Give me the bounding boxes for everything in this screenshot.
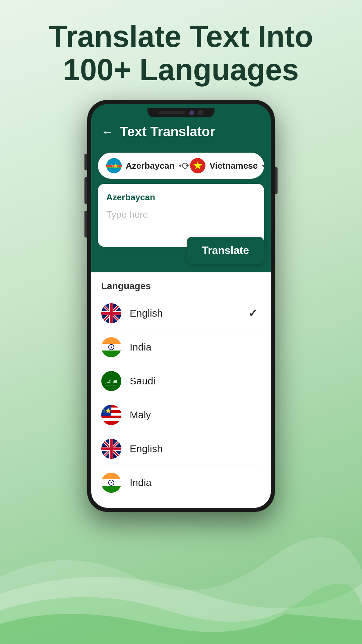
svg-rect-31 <box>101 418 121 421</box>
target-flag <box>190 158 205 173</box>
target-language-caret: ▾ <box>262 162 265 169</box>
phone-mockup: ← Text Translator ☽⭐ <box>0 100 362 512</box>
source-language-caret: ▾ <box>179 162 182 169</box>
malaysia-label: Maly <box>130 409 151 421</box>
india2-label: India <box>130 477 152 488</box>
background-waves <box>0 510 362 644</box>
list-item[interactable]: India <box>101 330 261 364</box>
saudi-label: Saudi <box>130 375 156 387</box>
english-flag <box>101 303 121 323</box>
swap-languages-button[interactable]: ⟳ <box>182 160 190 172</box>
list-item[interactable]: English ✓ <box>101 297 261 330</box>
languages-section: Languages <box>91 272 271 508</box>
list-item[interactable]: India <box>101 466 261 499</box>
phone-notch <box>147 108 215 117</box>
power-button <box>275 167 278 194</box>
volume-silent-button <box>84 154 87 170</box>
input-language-label: Azerbaycan <box>106 192 256 203</box>
svg-rect-19 <box>101 351 121 357</box>
svg-point-21 <box>111 346 112 348</box>
svg-text:الله أكبر: الله أكبر <box>105 379 117 384</box>
svg-rect-30 <box>101 416 121 418</box>
source-language-option[interactable]: ☽⭐ Azerbaycan ▾ <box>106 158 182 173</box>
india2-flag <box>101 473 121 493</box>
page-title: Translate Text Into 100+ Languages <box>0 0 362 100</box>
phone-body: ← Text Translator ☽⭐ <box>87 100 275 512</box>
language-selector-bar[interactable]: ☽⭐ Azerbaycan ▾ ⟳ Vietnames <box>98 153 264 179</box>
translate-button[interactable]: Translate <box>187 237 264 264</box>
list-item[interactable]: English <box>101 432 261 466</box>
svg-rect-43 <box>110 439 113 459</box>
india-label: India <box>130 341 152 353</box>
volume-down-button <box>84 211 87 237</box>
svg-point-48 <box>111 482 112 483</box>
svg-rect-15 <box>110 303 113 323</box>
list-item[interactable]: ☽⭐ Maly <box>101 398 261 432</box>
malaysia-flag: ☽⭐ <box>101 405 121 425</box>
camera-sensor <box>198 110 203 115</box>
source-flag: ☽⭐ <box>106 158 122 173</box>
svg-text:☽⭐: ☽⭐ <box>101 408 111 414</box>
speaker-grill <box>159 111 185 114</box>
languages-heading: Languages <box>101 281 261 291</box>
front-camera <box>189 110 194 115</box>
back-button[interactable]: ← <box>101 125 113 139</box>
list-item[interactable]: الله أكبر Saudi <box>101 364 261 398</box>
text-input-placeholder[interactable]: Type here <box>106 209 256 220</box>
volume-up-button <box>84 177 87 204</box>
phone-screen: ← Text Translator ☽⭐ <box>91 104 271 508</box>
target-language-option[interactable]: Vietnamese ▾ <box>190 158 265 173</box>
english-label: English <box>130 308 163 319</box>
target-language-label: Vietnamese <box>209 161 258 171</box>
source-language-label: Azerbaycan <box>126 161 175 171</box>
selected-checkmark: ✓ <box>248 307 257 320</box>
english2-flag <box>101 439 121 459</box>
saudi-flag: الله أكبر <box>101 371 121 391</box>
india-flag <box>101 337 121 357</box>
svg-rect-46 <box>101 486 121 493</box>
app-title: Text Translator <box>120 124 215 139</box>
svg-rect-32 <box>101 421 121 425</box>
svg-text:☽⭐: ☽⭐ <box>110 163 118 168</box>
english2-label: English <box>130 443 163 454</box>
translate-button-wrapper: Translate <box>91 237 271 264</box>
